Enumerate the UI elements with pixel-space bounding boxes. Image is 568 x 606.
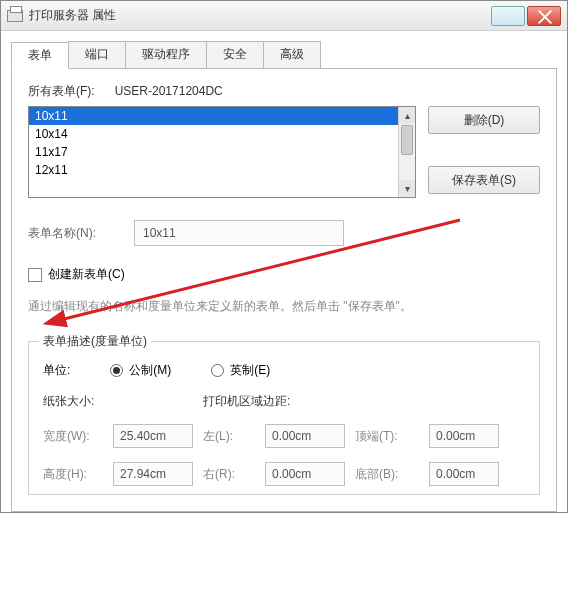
- top-field[interactable]: 0.00cm: [429, 424, 499, 448]
- unit-label: 单位:: [43, 362, 70, 379]
- tab-ports[interactable]: 端口: [68, 41, 126, 68]
- width-label: 宽度(W):: [43, 428, 103, 445]
- tab-advanced[interactable]: 高级: [263, 41, 321, 68]
- all-forms-row: 所有表单(F): USER-20171204DC: [28, 83, 540, 100]
- save-form-button[interactable]: 保存表单(S): [428, 166, 540, 194]
- print-server-properties-window: 打印服务器 属性 表单 端口 驱动程序 安全 高级 所有表单(F): USER-…: [0, 0, 568, 513]
- close-button[interactable]: [527, 6, 561, 26]
- height-field[interactable]: 27.94cm: [113, 462, 193, 486]
- margins-label: 打印机区域边距:: [203, 393, 499, 410]
- top-label: 顶端(T):: [355, 428, 419, 445]
- radio-icon: [110, 364, 123, 377]
- scrollbar[interactable]: ▴ ▾: [398, 107, 415, 197]
- list-item[interactable]: 10x14: [29, 125, 398, 143]
- right-label: 右(R):: [203, 466, 255, 483]
- forms-listbox[interactable]: 10x11 10x14 11x17 12x11 ▴ ▾: [28, 106, 416, 198]
- forms-pane: 所有表单(F): USER-20171204DC 10x11 10x14 11x…: [11, 69, 557, 512]
- left-label: 左(L):: [203, 428, 255, 445]
- list-item[interactable]: 11x17: [29, 143, 398, 161]
- left-field[interactable]: 0.00cm: [265, 424, 345, 448]
- list-item[interactable]: 12x11: [29, 161, 398, 179]
- unit-metric-option[interactable]: 公制(M): [110, 362, 171, 379]
- form-name-label: 表单名称(N):: [28, 225, 96, 242]
- form-description-group: 表单描述(度量单位) 单位: 公制(M) 英制(E) 纸张大小: 打印机区域边距…: [28, 341, 540, 495]
- radio-icon: [211, 364, 224, 377]
- unit-english-option[interactable]: 英制(E): [211, 362, 270, 379]
- tab-security[interactable]: 安全: [206, 41, 264, 68]
- titlebar[interactable]: 打印服务器 属性: [1, 1, 567, 31]
- right-field[interactable]: 0.00cm: [265, 462, 345, 486]
- help-text: 通过编辑现有的名称和度量单位来定义新的表单。然后单击 "保存表单"。: [28, 295, 540, 317]
- window-title: 打印服务器 属性: [29, 7, 116, 24]
- paper-size-label: 纸张大小:: [43, 393, 193, 410]
- create-new-label: 创建新表单(C): [48, 266, 125, 283]
- scroll-up-icon[interactable]: ▴: [399, 107, 415, 124]
- tab-strip: 表单 端口 驱动程序 安全 高级: [11, 41, 557, 69]
- list-item[interactable]: 10x11: [29, 107, 398, 125]
- help-button[interactable]: [491, 6, 525, 26]
- bottom-field[interactable]: 0.00cm: [429, 462, 499, 486]
- height-label: 高度(H):: [43, 466, 103, 483]
- form-description-legend: 表单描述(度量单位): [39, 333, 151, 350]
- bottom-label: 底部(B):: [355, 466, 419, 483]
- all-forms-label: 所有表单(F):: [28, 84, 95, 98]
- form-name-field[interactable]: 10x11: [134, 220, 344, 246]
- server-name: USER-20171204DC: [115, 84, 223, 98]
- tab-drivers[interactable]: 驱动程序: [125, 41, 207, 68]
- scroll-down-icon[interactable]: ▾: [399, 180, 415, 197]
- create-new-checkbox[interactable]: [28, 268, 42, 282]
- width-field[interactable]: 25.40cm: [113, 424, 193, 448]
- tab-forms[interactable]: 表单: [11, 42, 69, 69]
- printer-icon: [7, 10, 23, 22]
- delete-button[interactable]: 删除(D): [428, 106, 540, 134]
- scroll-thumb[interactable]: [401, 125, 413, 155]
